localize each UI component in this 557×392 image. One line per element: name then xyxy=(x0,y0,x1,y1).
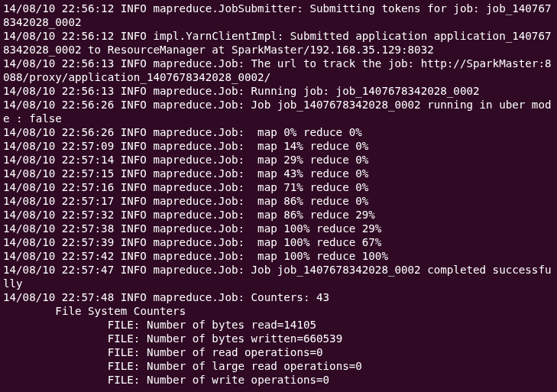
log-line: 14/08/10 22:56:12 INFO mapreduce.JobSubm… xyxy=(3,2,554,29)
log-line: 14/08/10 22:57:39 INFO mapreduce.Job: ma… xyxy=(3,235,554,249)
log-line: 14/08/10 22:57:17 INFO mapreduce.Job: ma… xyxy=(3,194,554,208)
log-line: 14/08/10 22:57:09 INFO mapreduce.Job: ma… xyxy=(3,139,554,153)
log-line: 14/08/10 22:57:16 INFO mapreduce.Job: ma… xyxy=(3,180,554,194)
terminal-output: 14/08/10 22:56:12 INFO mapreduce.JobSubm… xyxy=(0,0,557,388)
log-line: 14/08/10 22:57:15 INFO mapreduce.Job: ma… xyxy=(3,167,554,180)
log-line: 14/08/10 22:56:13 INFO mapreduce.Job: Ru… xyxy=(3,84,554,98)
log-line: 14/08/10 22:56:13 INFO mapreduce.Job: Th… xyxy=(3,57,554,84)
log-line: FILE: Number of bytes read=14105 xyxy=(3,318,554,332)
log-line: 14/08/10 22:57:48 INFO mapreduce.Job: Co… xyxy=(3,290,554,304)
log-line: 14/08/10 22:56:12 INFO impl.YarnClientIm… xyxy=(3,29,554,57)
log-line: FILE: Number of large read operations=0 xyxy=(3,359,554,373)
log-line: FILE: Number of write operations=0 xyxy=(3,373,554,387)
log-line: 14/08/10 22:56:26 INFO mapreduce.Job: Jo… xyxy=(3,98,554,125)
log-line: 14/08/10 22:57:14 INFO mapreduce.Job: ma… xyxy=(3,153,554,167)
log-line: FILE: Number of read operations=0 xyxy=(3,345,554,359)
log-line: 14/08/10 22:57:42 INFO mapreduce.Job: ma… xyxy=(3,249,554,263)
log-line: File System Counters xyxy=(3,304,554,318)
log-line: 14/08/10 22:57:38 INFO mapreduce.Job: ma… xyxy=(3,222,554,235)
log-line: 14/08/10 22:57:47 INFO mapreduce.Job: Jo… xyxy=(3,263,554,290)
log-line: FILE: Number of bytes written=660539 xyxy=(3,332,554,345)
log-line: 14/08/10 22:56:26 INFO mapreduce.Job: ma… xyxy=(3,125,554,139)
log-line: 14/08/10 22:57:32 INFO mapreduce.Job: ma… xyxy=(3,208,554,222)
